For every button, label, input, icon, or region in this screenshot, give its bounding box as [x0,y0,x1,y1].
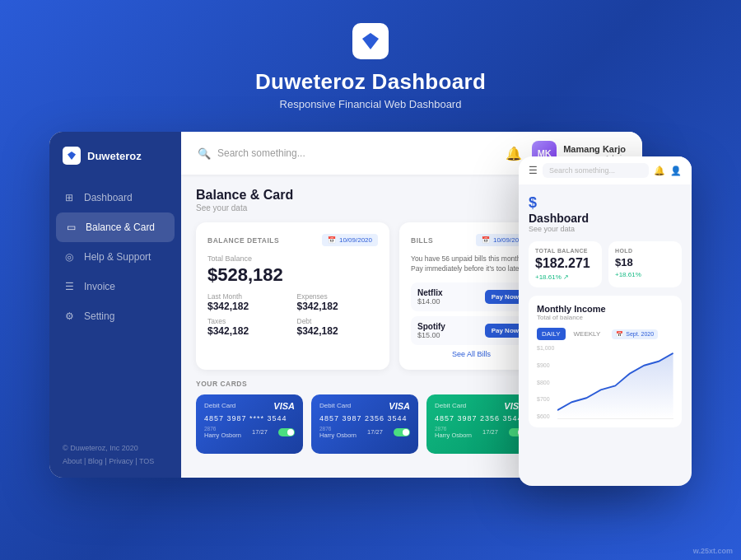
overlay-total-balance-value: $182.271 [535,256,595,271]
bills-label: BILLS [411,236,433,245]
bill-netflix-info: Netflix $14.00 [417,288,443,306]
gear-icon: ⚙ [63,310,76,323]
total-balance-value: $528,182 [207,264,378,286]
expenses-item: Expenses $342,182 [297,292,379,312]
search-placeholder: Search something... [217,147,305,159]
bell-icon[interactable]: 🔔 [506,146,522,161]
overlay-bell-icon: 🔔 [654,166,665,176]
sidebar-label-dashboard: Dashboard [84,192,133,203]
overlay-dollar-sign: $ [529,194,682,212]
overlay-page-title: Dashboard [529,212,682,225]
sidebar: Duweteroz ⊞ Dashboard ▭ Balance & Card ◎… [49,132,181,478]
sidebar-item-setting[interactable]: ⚙ Setting [49,301,181,331]
overlay-total-balance-card: TOTAL BALANCE $182.271 +18.61% ↗ [529,241,602,287]
overlay-topbar: ☰ Search something... 🔔 👤 [519,156,692,184]
chart-area: $1,000 $900 $800 $700 $600 [537,345,673,419]
hero-title: Duweteroz Dashboard [255,69,486,95]
chart-tabs: DAILY WEEKLY 📅 Sept. 2020 [537,328,673,340]
sidebar-item-help[interactable]: ◎ Help & Support [49,242,181,272]
bill-item-spotify: Spotify $15.00 Pay Now [411,316,532,345]
balance-card-header: BALANCE DETAILS 📅 10/09/2020 [207,234,378,246]
overlay-page-subtitle: See your data [529,225,682,233]
dashboard-wrapper: Duweteroz ⊞ Dashboard ▭ Balance & Card ◎… [49,132,692,486]
calendar3-icon: 📅 [616,331,623,338]
overlay-balance-change: +18.61% ↗ [535,273,595,281]
calendar2-icon: 📅 [482,236,490,244]
visa-logo-2: VISA [389,401,410,411]
visa-logo-1: VISA [273,401,295,411]
see-all-bills[interactable]: See All Bills [411,350,532,358]
credit-card-2: Debit Card VISA 4857 3987 2356 3544 2876… [311,394,418,454]
search-box[interactable]: 🔍 Search something... [198,147,496,160]
total-balance-label: Total Balance [207,254,378,263]
sidebar-logo: Duweteroz [49,132,181,176]
overlay-content: $ Dashboard See your data TOTAL BALANCE … [519,184,692,486]
credit-card-3: Debit Card VISA 4857 3987 2356 3544 2876… [426,394,534,454]
search-icon: 🔍 [198,147,211,160]
overlay-icons: 🔔 👤 [654,166,682,176]
hero-subtitle: Responsive Financial Web Dashboard [255,98,486,110]
overlay-balance-row: TOTAL BALANCE $182.271 +18.61% ↗ HOLD $1… [529,241,682,287]
bills-description: You have 56 unpaid bills this month. Pay… [411,254,532,274]
sidebar-brand: Duweteroz [87,150,142,162]
overlay-hold-value: $18 [615,256,675,268]
watermark: w.25xt.com [693,547,733,555]
doc-icon: ☰ [63,280,76,293]
card-number-1: 4857 3987 **** 3544 [204,414,295,422]
monthly-income-sub: Total of balance [537,314,673,321]
overlay-hold-label: HOLD [615,248,675,254]
hero-icon [352,23,389,59]
logo-icon [63,147,81,165]
last-month-item: Last Month $342,182 [207,292,289,312]
help-icon: ◎ [63,250,76,264]
credit-card-1: Debit Card VISA 4857 3987 **** 3544 2876… [196,394,303,454]
sidebar-label-balance: Balance & Card [86,222,155,233]
tab-weekly[interactable]: WEEKLY [569,328,606,340]
tab-daily[interactable]: DAILY [537,328,566,340]
overlay-user-icon: 👤 [670,166,682,176]
dashboard-overlay: ☰ Search something... 🔔 👤 $ Dashboard Se… [519,156,692,486]
balance-date-badge: 📅 10/09/2020 [322,234,378,246]
hero-header: Duweteroz Dashboard Responsive Financial… [255,0,486,125]
overlay-search[interactable]: Search something... [543,163,649,178]
taxes-item: Taxes $342,182 [207,317,289,337]
card-toggle-1[interactable] [278,428,295,436]
grid-icon: ⊞ [63,191,76,204]
overlay-total-balance-label: TOTAL BALANCE [535,248,595,254]
calendar-icon: 📅 [328,236,336,244]
bills-card-header: BILLS 📅 10/09/2020 [411,234,532,246]
chart-date-badge: 📅 Sept. 2020 [612,329,658,339]
sidebar-label-help: Help & Support [84,251,151,263]
y-axis-labels: $1,000 $900 $800 $700 $600 [537,345,557,419]
trend-icon: ↗ [563,273,569,281]
monthly-income-title: Monthly Income [537,304,673,314]
bill-spotify-info: Spotify $15.00 [417,322,445,339]
sidebar-item-balance[interactable]: ▭ Balance & Card [56,212,175,242]
card-icon: ▭ [64,221,77,234]
debt-item: Debt $342,182 [297,317,379,337]
overlay-hold-card: HOLD $18 +18.61% [608,241,682,287]
overlay-chart-section: Monthly Income Total of balance DAILY WE… [529,296,682,427]
card-toggle-2[interactable] [394,428,410,436]
balance-grid: Last Month $342,182 Expenses $342,182 Ta… [207,292,378,337]
user-name: Mamang Karjo [563,144,626,154]
line-chart [557,345,673,419]
card-number-3: 4857 3987 2356 3544 [435,414,525,422]
sidebar-item-dashboard[interactable]: ⊞ Dashboard [49,183,181,212]
sidebar-label-invoice: Invoice [84,281,115,292]
overlay-hold-change: +18.61% [615,271,675,278]
balance-details-card: BALANCE DETAILS 📅 10/09/2020 Total Balan… [196,222,389,370]
sidebar-nav: ⊞ Dashboard ▭ Balance & Card ◎ Help & Su… [49,176,181,432]
menu-icon: ☰ [529,165,538,176]
bill-item-netflix: Netflix $14.00 Pay Now [411,282,532,311]
sidebar-footer: © Duweteroz, Inc 2020 About | Blog | Pri… [49,432,181,478]
card-number-2: 4857 3987 2356 3544 [319,414,410,422]
balance-label: BALANCE DETAILS [207,236,279,245]
sidebar-label-setting: Setting [84,310,114,322]
sidebar-item-invoice[interactable]: ☰ Invoice [49,272,181,301]
